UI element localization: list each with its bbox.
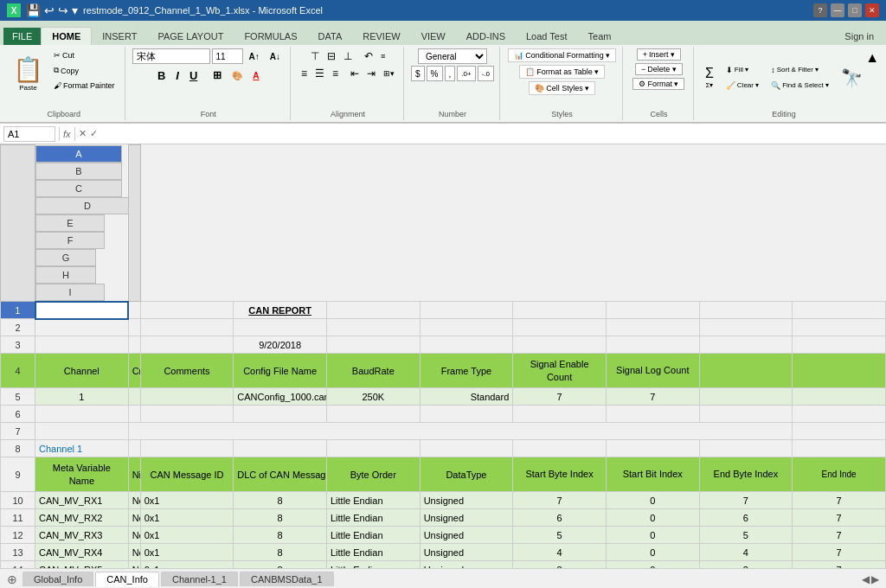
cell-E2[interactable]	[326, 319, 420, 336]
cell-G3[interactable]	[513, 336, 607, 354]
cell-E4[interactable]: BaudRate	[326, 354, 420, 388]
merge-center-button[interactable]: ⊞▾	[380, 66, 398, 81]
spreadsheet-scroll-area[interactable]: A B C D E F G H I 1	[0, 144, 886, 568]
cell-B2[interactable]	[128, 319, 140, 336]
cell-I4[interactable]	[699, 354, 793, 388]
maximize-button[interactable]: □	[848, 3, 862, 17]
cell-A8[interactable]: Channel 1	[35, 440, 129, 457]
tab-page-layout[interactable]: PAGE LAYOUT	[147, 28, 234, 45]
cell-G4[interactable]: Signal Enable Count	[513, 354, 607, 388]
col-header-E[interactable]: E	[35, 214, 105, 232]
row-num-7[interactable]: 7	[1, 423, 35, 440]
cell-reference-input[interactable]	[3, 126, 55, 142]
cell-F4[interactable]: Frame Type	[420, 354, 513, 388]
cell-I2[interactable]	[699, 319, 793, 336]
cell-I5[interactable]	[699, 388, 793, 406]
cell-B8[interactable]	[128, 440, 140, 457]
cell-E1[interactable]	[326, 302, 420, 319]
cell-C5[interactable]	[140, 388, 234, 406]
align-top-button[interactable]: ⊤	[307, 48, 323, 64]
help-button[interactable]: ?	[813, 3, 827, 17]
cell-B5[interactable]	[128, 388, 140, 406]
cell-F8[interactable]	[420, 440, 513, 457]
row-num-4[interactable]: 4	[1, 354, 35, 388]
row-num-3[interactable]: 3	[1, 336, 35, 354]
cell-D6[interactable]	[234, 406, 327, 423]
cell-E9[interactable]: Byte Order	[326, 457, 420, 492]
percent-button[interactable]: %	[427, 66, 443, 81]
scroll-left-tab-icon[interactable]: ◀	[862, 573, 870, 585]
sort-filter-button[interactable]: ↕ Sort & Filter ▾	[767, 63, 833, 77]
insert-button[interactable]: + Insert ▾	[637, 48, 681, 61]
cell-A2[interactable]	[35, 319, 129, 336]
cell-B1[interactable]	[128, 302, 140, 319]
cell-C9[interactable]: CAN Message ID	[140, 457, 234, 492]
comma-button[interactable]: ,	[445, 66, 456, 81]
cell-F1[interactable]	[420, 302, 513, 319]
delete-button[interactable]: − Delete ▾	[635, 63, 683, 75]
tab-loadtest[interactable]: Load Test	[516, 28, 578, 45]
cell-A5[interactable]: 1	[35, 388, 129, 406]
col-header-C[interactable]: C	[35, 180, 122, 197]
cell-H4[interactable]: Signal Log Count	[606, 354, 699, 388]
increase-font-size-button[interactable]: A↑	[245, 48, 264, 64]
cell-D2[interactable]	[234, 319, 327, 336]
cell-I8[interactable]	[699, 440, 793, 457]
cell-I3[interactable]	[699, 336, 793, 354]
cell-H3[interactable]	[606, 336, 699, 354]
currency-button[interactable]: $	[411, 66, 425, 81]
row-num-1[interactable]: 1	[1, 302, 35, 319]
cell-B3[interactable]	[128, 336, 140, 354]
cell-F9[interactable]: DataType	[420, 457, 513, 492]
bold-button[interactable]: B	[153, 67, 170, 83]
align-middle-button[interactable]: ⊟	[324, 48, 339, 64]
cell-J9[interactable]: End Inde	[793, 457, 886, 492]
col-header-H[interactable]: H	[35, 266, 96, 284]
row-num-6[interactable]: 6	[1, 406, 35, 423]
format-painter-button[interactable]: 🖌Format Painter	[49, 79, 119, 93]
cell-G8[interactable]	[513, 440, 607, 457]
sheet-tab-channel-1[interactable]: Channel-1_1	[161, 572, 238, 586]
sheet-tab-can-info[interactable]: CAN_Info	[95, 572, 159, 587]
decrease-decimal-button[interactable]: -.0	[478, 66, 494, 81]
italic-button[interactable]: I	[171, 67, 183, 83]
cell-G9[interactable]: Start Byte Index	[513, 457, 607, 492]
align-bottom-button[interactable]: ⊥	[340, 48, 356, 64]
decrease-indent-button[interactable]: ⇤	[347, 66, 363, 81]
cell-D9[interactable]: DLC of CAN Message	[234, 457, 327, 492]
cell-F3[interactable]	[420, 336, 513, 354]
cell-I6[interactable]	[699, 406, 793, 423]
cell-C3[interactable]	[140, 336, 234, 354]
col-header-D[interactable]: D	[35, 197, 139, 214]
cell-G6[interactable]	[513, 406, 607, 423]
cell-F6[interactable]	[420, 406, 513, 423]
more-icon[interactable]: ▾	[72, 3, 78, 17]
col-header-B[interactable]: B	[35, 163, 122, 180]
sign-in-button[interactable]: Sign in	[836, 28, 883, 45]
cell-H1[interactable]	[606, 302, 699, 319]
row-num-9[interactable]: 9	[1, 457, 35, 492]
tab-home[interactable]: HOME	[41, 27, 92, 45]
tab-view[interactable]: VIEW	[411, 28, 456, 45]
underline-button[interactable]: U	[185, 67, 202, 83]
cell-D8[interactable]	[234, 440, 327, 457]
binoculars-button[interactable]: 🔭	[837, 65, 867, 91]
tab-addins[interactable]: ADD-INS	[456, 28, 516, 45]
cell-H6[interactable]	[606, 406, 699, 423]
cell-E3[interactable]	[326, 336, 420, 354]
formula-input[interactable]	[101, 129, 883, 139]
cell-H5[interactable]: 7	[606, 388, 699, 406]
font-color-button[interactable]: A	[248, 67, 263, 83]
find-select-button[interactable]: 🔍 Find & Select ▾	[767, 79, 833, 93]
cell-A3[interactable]	[35, 336, 129, 354]
cell-B9[interactable]: Nick Name	[128, 457, 140, 492]
cell-G2[interactable]	[513, 319, 607, 336]
cell-E6[interactable]	[326, 406, 420, 423]
tab-team[interactable]: Team	[578, 28, 622, 45]
cell-styles-button[interactable]: 🎨 Cell Styles ▾	[529, 81, 596, 95]
cell-F5[interactable]: Standard	[420, 388, 513, 406]
collapse-ribbon-button[interactable]: ▲	[865, 50, 879, 66]
scroll-right-tab-icon[interactable]: ▶	[871, 573, 879, 585]
fill-button[interactable]: ⬇ Fill ▾	[722, 63, 763, 77]
font-size-input[interactable]	[212, 48, 243, 64]
